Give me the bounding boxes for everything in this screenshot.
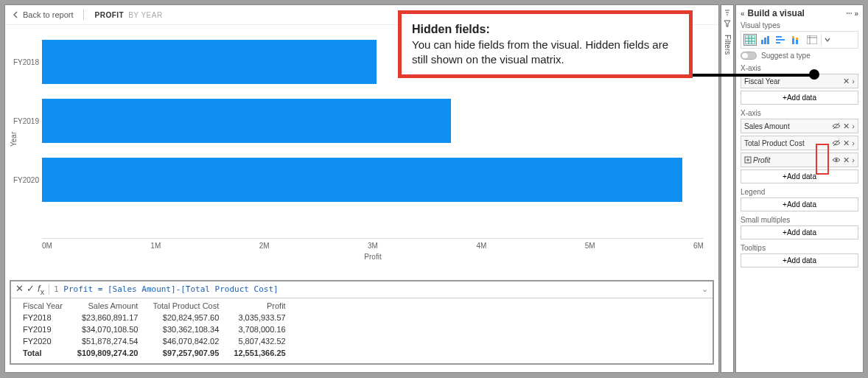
callout-body: You can hide fields from the visual. Hid… xyxy=(412,38,668,66)
svg-point-23 xyxy=(836,159,838,161)
show-field-icon[interactable] xyxy=(832,156,841,164)
bar-row: FY2019 xyxy=(42,91,704,150)
annotation-endpoint xyxy=(809,69,819,80)
field-pill-profit[interactable]: Profit ✕ › xyxy=(741,153,858,167)
remove-field-icon[interactable]: ✕ xyxy=(843,155,850,165)
svg-rect-13 xyxy=(796,40,798,44)
category-label: FY2020 xyxy=(13,176,39,184)
visual-type-stacked-icon[interactable] xyxy=(790,34,803,46)
annotation-connector xyxy=(693,74,814,77)
svg-rect-15 xyxy=(807,35,817,44)
table-row[interactable]: FY2020$51,878,274.54$46,070,842.025,807,… xyxy=(15,335,293,347)
chevron-left-icon xyxy=(13,11,20,18)
commit-formula-icon[interactable]: ✓ xyxy=(27,283,35,296)
cancel-formula-icon[interactable]: ✕ xyxy=(15,283,24,296)
field-pill-sales-amount[interactable]: Sales Amount ✕ › xyxy=(741,119,858,133)
fx-icon[interactable]: fx xyxy=(38,283,44,296)
bar[interactable] xyxy=(42,99,451,143)
column-header[interactable]: Fiscal Year xyxy=(15,300,70,312)
y-axis-title: Year xyxy=(10,132,18,147)
well-label: X-axis xyxy=(741,64,858,72)
add-data-button[interactable]: +Add data xyxy=(741,169,858,183)
field-well-small-multiples: Small multiples +Add data xyxy=(741,216,858,239)
svg-rect-14 xyxy=(796,38,798,40)
build-visual-pane: « Build a visual ··· » Visual types Sugg… xyxy=(735,4,864,373)
column-header[interactable]: Sales Amount xyxy=(70,300,146,312)
table-row[interactable]: FY2019$34,070,108.50$30,362,108.343,708,… xyxy=(15,323,293,335)
expand-filters-icon[interactable] xyxy=(724,10,731,15)
well-label: Legend xyxy=(741,188,858,196)
table-total-row[interactable]: Total$109,809,274.20$97,257,907.9512,551… xyxy=(15,347,293,359)
svg-rect-9 xyxy=(776,39,785,41)
x-tick-label: 5M xyxy=(585,242,595,250)
column-header[interactable]: Total Product Cost xyxy=(145,300,226,312)
field-well-legend: Legend +Add data xyxy=(741,188,858,211)
visual-type-expand-icon[interactable] xyxy=(821,34,834,46)
svg-rect-12 xyxy=(792,36,794,38)
field-well-tooltips: Tooltips +Add data xyxy=(741,244,858,267)
suggest-type-label: Suggest a type xyxy=(761,52,811,60)
build-pane-title: Build a visual xyxy=(745,8,847,18)
formula-bar[interactable]: ✕ ✓ fx 1 Profit = [Sales Amount]-[Total … xyxy=(11,281,713,298)
field-pill-total-product-cost[interactable]: Total Product Cost ✕ › xyxy=(741,136,858,150)
breadcrumb-profit[interactable]: PROFIT xyxy=(94,11,124,19)
visual-type-matrix-icon[interactable] xyxy=(805,34,819,46)
x-tick-label: 3M xyxy=(368,242,378,250)
table-row[interactable]: FY2018$23,860,891.17$20,824,957.603,035,… xyxy=(15,312,293,323)
hide-field-icon[interactable] xyxy=(832,139,841,147)
data-view-panel: ✕ ✓ fx 1 Profit = [Sales Amount]-[Total … xyxy=(10,280,714,365)
field-well-xaxis-values: X-axis Sales Amount ✕ › Total Product Co… xyxy=(741,109,858,183)
add-data-button[interactable]: +Add data xyxy=(741,197,858,211)
add-data-button[interactable]: +Add data xyxy=(741,225,858,239)
add-data-button[interactable]: +Add data xyxy=(741,91,858,105)
svg-rect-8 xyxy=(776,36,782,38)
category-label: FY2019 xyxy=(13,117,39,125)
formula-expand-icon[interactable]: ⌄ xyxy=(701,284,708,294)
svg-rect-6 xyxy=(764,38,766,44)
formula-text: Profit = [Sales Amount]-[Total Product C… xyxy=(63,284,278,294)
bar[interactable] xyxy=(42,40,377,84)
svg-rect-10 xyxy=(776,42,780,43)
field-menu-icon[interactable]: › xyxy=(852,77,855,85)
field-well-xaxis-category: X-axis Fiscal Year ✕ › +Add data xyxy=(741,64,858,105)
x-tick-label: 1M xyxy=(150,242,161,250)
measure-icon xyxy=(744,156,752,164)
x-axis-title: Profit xyxy=(42,253,704,261)
filters-label: Filters xyxy=(724,35,732,55)
svg-rect-11 xyxy=(792,38,794,44)
visual-type-table-icon[interactable] xyxy=(743,34,757,46)
x-axis-ticks: 0M1M2M3M4M5M6M xyxy=(42,239,704,250)
well-label: Tooltips xyxy=(741,244,858,252)
suggest-type-toggle[interactable] xyxy=(741,52,757,60)
back-to-report-button[interactable]: Back to report xyxy=(13,10,73,19)
visual-type-column-icon[interactable] xyxy=(759,34,772,46)
formula-line-number: 1 xyxy=(54,284,59,294)
visual-type-bar-icon[interactable] xyxy=(774,34,788,46)
x-tick-label: 0M xyxy=(42,242,52,250)
category-label: FY2018 xyxy=(13,58,39,66)
well-label: Small multiples xyxy=(741,216,858,224)
remove-field-icon[interactable]: ✕ xyxy=(843,77,850,86)
funnel-icon[interactable] xyxy=(724,20,731,27)
svg-rect-5 xyxy=(761,40,763,44)
separator xyxy=(83,10,84,20)
add-data-button[interactable]: +Add data xyxy=(741,253,858,267)
remove-field-icon[interactable]: ✕ xyxy=(843,139,850,148)
svg-rect-0 xyxy=(745,35,755,44)
svg-rect-7 xyxy=(767,36,769,44)
visual-type-picker xyxy=(741,31,858,49)
bar[interactable] xyxy=(42,158,682,202)
field-menu-icon[interactable]: › xyxy=(852,139,855,147)
breadcrumb-byyear[interactable]: BY YEAR xyxy=(128,11,163,19)
hide-field-icon[interactable] xyxy=(832,122,841,130)
data-table[interactable]: Fiscal YearSales AmountTotal Product Cos… xyxy=(15,300,293,359)
annotation-callout: Hidden fields: You can hide fields from … xyxy=(398,10,693,78)
pane-more-icon[interactable]: ··· » xyxy=(846,10,858,18)
column-header[interactable]: Profit xyxy=(226,300,293,312)
x-tick-label: 4M xyxy=(476,242,486,250)
filters-pane-collapsed[interactable]: Filters xyxy=(721,4,734,373)
field-menu-icon[interactable]: › xyxy=(852,122,855,130)
remove-field-icon[interactable]: ✕ xyxy=(843,122,850,131)
field-menu-icon[interactable]: › xyxy=(852,155,855,164)
back-label: Back to report xyxy=(23,10,73,19)
